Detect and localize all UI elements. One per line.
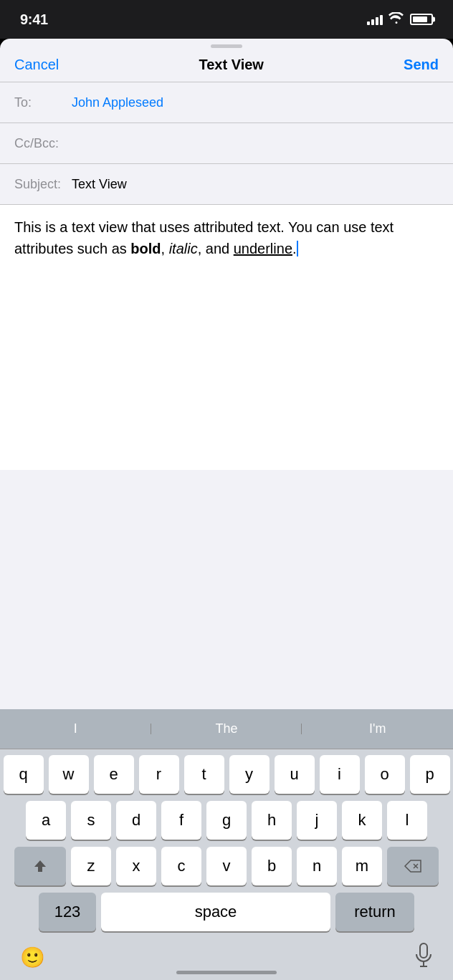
nav-bar: Cancel Text View Send bbox=[0, 48, 453, 82]
microphone-icon[interactable] bbox=[414, 943, 433, 971]
subject-field[interactable]: Subject: Text View bbox=[0, 164, 453, 204]
signal-icon bbox=[367, 14, 383, 25]
home-indicator bbox=[176, 971, 277, 974]
status-bar: 9:41 bbox=[0, 0, 453, 39]
body-text-underline: underline bbox=[234, 241, 292, 256]
key-d[interactable]: d bbox=[116, 801, 156, 840]
key-u[interactable]: u bbox=[275, 755, 315, 794]
emoji-icon[interactable]: 🙂 bbox=[20, 946, 45, 969]
body-text-after-bold: , bbox=[161, 241, 169, 256]
key-q[interactable]: q bbox=[4, 755, 44, 794]
key-r[interactable]: r bbox=[139, 755, 179, 794]
key-y[interactable]: y bbox=[229, 755, 270, 794]
key-a[interactable]: a bbox=[26, 801, 66, 840]
numbers-key[interactable]: 123 bbox=[39, 893, 96, 931]
keyboard-rows: q w e r t y u i o p a s d f g h j k bbox=[0, 749, 453, 931]
key-e[interactable]: e bbox=[94, 755, 134, 794]
predictive-bar: I The I'm bbox=[0, 709, 453, 749]
key-s[interactable]: s bbox=[71, 801, 111, 840]
key-row-1: q w e r t y u i o p bbox=[3, 755, 450, 794]
shift-key[interactable] bbox=[14, 847, 66, 885]
nav-title: Text View bbox=[199, 57, 263, 73]
text-cursor bbox=[297, 241, 298, 256]
backspace-key[interactable] bbox=[387, 847, 439, 885]
to-value: John Appleseed bbox=[72, 95, 163, 110]
subject-label: Subject: bbox=[14, 177, 72, 192]
key-b[interactable]: b bbox=[252, 847, 292, 885]
predictive-item-3[interactable]: I'm bbox=[302, 721, 453, 736]
key-i[interactable]: i bbox=[320, 755, 360, 794]
body-text-bold: bold bbox=[130, 241, 161, 256]
space-key[interactable]: space bbox=[101, 893, 330, 931]
key-row-4: 123 space return bbox=[3, 893, 450, 931]
cancel-button[interactable]: Cancel bbox=[14, 57, 59, 73]
predictive-item-2[interactable]: The bbox=[151, 721, 302, 736]
status-time: 9:41 bbox=[20, 11, 48, 28]
wifi-icon bbox=[388, 12, 404, 27]
predictive-item-1[interactable]: I bbox=[0, 721, 151, 736]
key-row-2: a s d f g h j k l bbox=[3, 801, 450, 840]
body-text-after-italic: , and bbox=[198, 241, 234, 256]
battery-icon bbox=[410, 14, 433, 25]
status-icons bbox=[367, 12, 433, 27]
key-f[interactable]: f bbox=[161, 801, 201, 840]
modal-sheet: Cancel Text View Send To: John Appleseed… bbox=[0, 39, 453, 980]
key-j[interactable]: j bbox=[297, 801, 337, 840]
svg-rect-2 bbox=[420, 943, 427, 958]
key-p[interactable]: p bbox=[410, 755, 450, 794]
key-g[interactable]: g bbox=[206, 801, 247, 840]
key-z[interactable]: z bbox=[71, 847, 111, 885]
key-o[interactable]: o bbox=[365, 755, 405, 794]
key-m[interactable]: m bbox=[342, 847, 382, 885]
body-text-area[interactable]: This is a text view that uses attributed… bbox=[0, 205, 453, 470]
key-t[interactable]: t bbox=[184, 755, 224, 794]
key-x[interactable]: x bbox=[116, 847, 156, 885]
subject-value: Text View bbox=[72, 177, 127, 192]
key-row-3: z x c v b n m bbox=[3, 847, 450, 885]
to-field[interactable]: To: John Appleseed bbox=[0, 82, 453, 123]
key-w[interactable]: w bbox=[49, 755, 89, 794]
key-v[interactable]: v bbox=[206, 847, 247, 885]
send-button[interactable]: Send bbox=[404, 57, 439, 73]
to-label: To: bbox=[14, 95, 72, 110]
key-c[interactable]: c bbox=[161, 847, 201, 885]
body-text-italic: italic bbox=[169, 241, 198, 256]
key-n[interactable]: n bbox=[297, 847, 337, 885]
key-l[interactable]: l bbox=[387, 801, 427, 840]
return-key[interactable]: return bbox=[335, 893, 414, 931]
keyboard-area: I The I'm q w e r t y u i o p a s bbox=[0, 709, 453, 980]
key-h[interactable]: h bbox=[252, 801, 292, 840]
cc-bcc-label: Cc/Bcc: bbox=[14, 136, 72, 151]
cc-bcc-field[interactable]: Cc/Bcc: bbox=[0, 123, 453, 163]
key-k[interactable]: k bbox=[342, 801, 382, 840]
